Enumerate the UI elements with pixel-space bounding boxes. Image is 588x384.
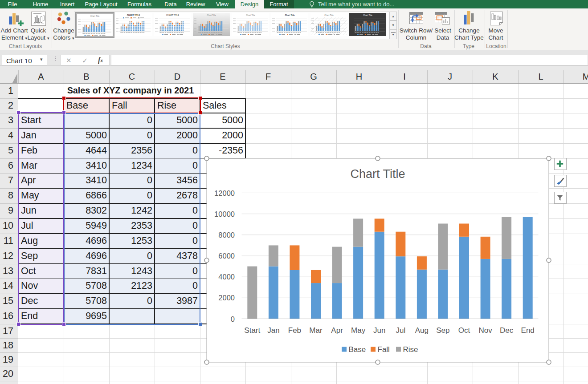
svg-text:Chart Title: Chart Title: [350, 167, 405, 180]
svg-text:0: 0: [230, 315, 234, 323]
svg-text:CHART TITLE: CHART TITLE: [166, 14, 179, 16]
svg-text:Base: Base: [348, 345, 366, 354]
svg-text:Nov: Nov: [478, 326, 492, 334]
svg-text:Feb: Feb: [288, 326, 301, 334]
svg-text:Rise: Rise: [403, 345, 418, 354]
svg-text:Apr: Apr: [331, 326, 343, 334]
svg-text:12000: 12000: [214, 189, 235, 197]
svg-text:Chart Title: Chart Title: [90, 15, 100, 17]
svg-text:Aug: Aug: [415, 326, 428, 334]
svg-text:End: End: [521, 326, 534, 334]
svg-text:May: May: [351, 326, 366, 334]
svg-text:Jun: Jun: [373, 326, 385, 334]
svg-text:Jan: Jan: [267, 326, 279, 334]
svg-text:Chart Title: Chart Title: [324, 14, 334, 16]
svg-text:8000: 8000: [218, 230, 235, 238]
svg-text:Dec: Dec: [499, 326, 513, 334]
svg-text:Chart Title: Chart Title: [246, 14, 255, 16]
svg-text:Sep: Sep: [436, 326, 449, 334]
svg-text:4000: 4000: [218, 273, 235, 281]
svg-text:Chart Title: Chart Title: [207, 14, 216, 16]
svg-text:Oct: Oct: [458, 326, 470, 334]
svg-text:Chart Title: Chart Title: [363, 14, 372, 16]
svg-text:Mar: Mar: [309, 326, 323, 334]
svg-text:Chart Title: Chart Title: [285, 14, 295, 16]
svg-text:Fall: Fall: [377, 345, 389, 354]
svg-text:Start: Start: [244, 326, 260, 334]
svg-text:2000: 2000: [218, 294, 235, 302]
svg-text:CHART TITLE: CHART TITLE: [127, 14, 140, 16]
svg-text:Jul: Jul: [396, 326, 405, 334]
svg-text:10000: 10000: [214, 210, 235, 218]
svg-text:6000: 6000: [218, 252, 235, 260]
